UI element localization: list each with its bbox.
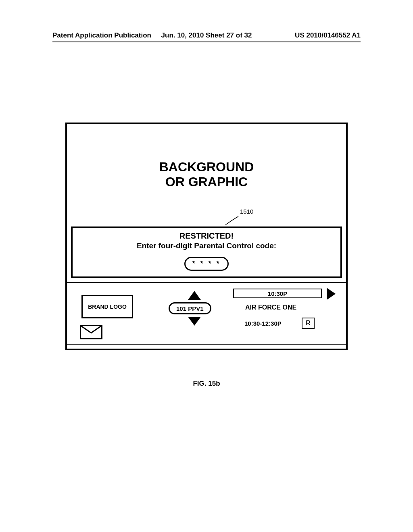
nav-right-icon[interactable] xyxy=(327,288,336,300)
channel-pill[interactable]: 101 PPV1 xyxy=(169,302,211,314)
nav-down-icon[interactable] xyxy=(188,317,201,326)
header-rule xyxy=(52,42,361,42)
brand-logo: BRAND LOGO xyxy=(81,295,133,318)
header-left: Patent Application Publication xyxy=(52,31,151,39)
info-bar: BRAND LOGO 101 PPV1 10:30P AIR FORCE ONE… xyxy=(67,282,346,345)
nav-up-icon[interactable] xyxy=(188,291,201,300)
restricted-title: RESTRICTED! xyxy=(76,231,337,241)
background-text: BACKGROUND OR GRAPHIC xyxy=(159,160,254,189)
header-right: US 2010/0146552 A1 xyxy=(295,31,361,39)
restricted-panel: RESTRICTED! Enter four-digit Parental Co… xyxy=(71,227,342,278)
screen-frame: BACKGROUND OR GRAPHIC RESTRICTED! Enter … xyxy=(65,123,348,350)
rating-badge: R xyxy=(302,318,315,329)
page-header: Patent Application Publication Jun. 10, … xyxy=(52,31,361,39)
program-time: 10:30-12:30P xyxy=(244,320,282,327)
pin-input[interactable]: * * * * xyxy=(184,257,228,271)
restricted-prompt: Enter four-digit Parental Control code: xyxy=(76,241,337,250)
figure-caption: FIG. 15b xyxy=(0,380,413,388)
background-graphic-area: BACKGROUND OR GRAPHIC xyxy=(67,124,346,225)
header-center: Jun. 10, 2010 Sheet 27 of 32 xyxy=(161,31,252,39)
reference-number: 1510 xyxy=(240,208,253,215)
program-title: AIR FORCE ONE xyxy=(245,304,296,311)
time-box: 10:30P xyxy=(233,289,322,298)
mail-icon xyxy=(80,325,102,339)
